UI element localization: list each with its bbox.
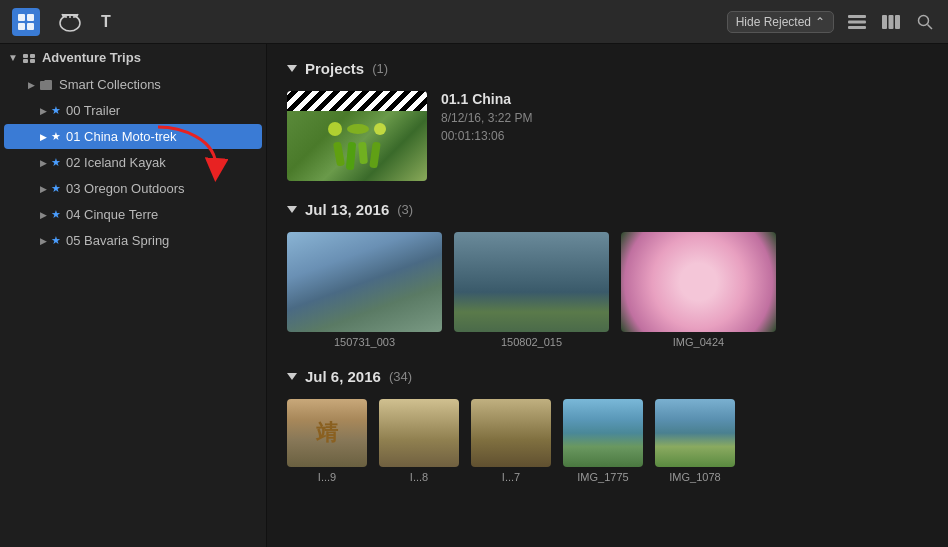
smart-collections-chevron: ▶: [28, 80, 35, 90]
svg-rect-1: [27, 14, 34, 21]
jul13-count: (3): [397, 202, 413, 217]
view-filmstrip-icon[interactable]: [880, 11, 902, 33]
smart-collections-label: Smart Collections: [59, 77, 161, 92]
title-generator-icon[interactable]: T: [92, 8, 120, 36]
svg-rect-11: [848, 15, 866, 18]
china-label: 01 China Moto-trek: [66, 129, 177, 144]
oregon-label: 03 Oregon Outdoors: [66, 181, 185, 196]
media-thumb-i8: [379, 399, 459, 467]
hide-rejected-button[interactable]: Hide Rejected ⌃: [727, 11, 834, 33]
jul13-title: Jul 13, 2016: [305, 201, 389, 218]
china-chevron: ▶: [40, 132, 47, 142]
svg-rect-16: [895, 15, 900, 29]
media-label-i8: I...8: [410, 471, 428, 483]
media-label-img0424: IMG_0424: [673, 336, 724, 348]
hide-rejected-arrow: ⌃: [815, 15, 825, 29]
bavaria-chevron: ▶: [40, 236, 47, 246]
project-meta: 01.1 China 8/12/16, 3:22 PM 00:01:13:06: [441, 91, 532, 143]
media-thumb-img0424: [621, 232, 776, 332]
media-label-img1775: IMG_1775: [577, 471, 628, 483]
jul6-title: Jul 6, 2016: [305, 368, 381, 385]
svg-rect-12: [848, 20, 866, 23]
oregon-chevron: ▶: [40, 184, 47, 194]
media-thumb-img1775: [563, 399, 643, 467]
project-item: 01.1 China 8/12/16, 3:22 PM 00:01:13:06: [287, 91, 928, 181]
media-item-i9[interactable]: 靖 I...9: [287, 399, 367, 483]
toolbar-right: Hide Rejected ⌃: [727, 11, 936, 33]
jul6-media-grid: 靖 I...9 I...8 I...7: [287, 399, 928, 483]
project-thumbnail[interactable]: [287, 91, 427, 181]
projects-chevron: [287, 65, 297, 72]
trailer-chevron: ▶: [40, 106, 47, 116]
content-area: Projects (1): [267, 44, 948, 547]
media-item-150802[interactable]: 150802_015: [454, 232, 609, 348]
oregon-star-icon: ★: [51, 182, 61, 195]
iceland-chevron: ▶: [40, 158, 47, 168]
iceland-star-icon: ★: [51, 156, 61, 169]
sidebar-item-02-iceland[interactable]: ▶ ★ 02 Iceland Kayak: [4, 150, 262, 175]
sidebar-item-03-oregon[interactable]: ▶ ★ 03 Oregon Outdoors: [4, 176, 262, 201]
cinque-star-icon: ★: [51, 208, 61, 221]
jul6-section-header[interactable]: Jul 6, 2016 (34): [287, 368, 928, 385]
trailer-star-icon: ★: [51, 104, 61, 117]
sidebar-item-05-bavaria[interactable]: ▶ ★ 05 Bavaria Spring: [4, 228, 262, 253]
project-name: 01.1 China: [441, 91, 532, 107]
iceland-label: 02 Iceland Kayak: [66, 155, 166, 170]
toolbar-left: T: [12, 8, 120, 36]
libraries-icon[interactable]: [12, 8, 40, 36]
project-date: 8/12/16, 3:22 PM: [441, 111, 532, 125]
cinque-label: 04 Cinque Terre: [66, 207, 158, 222]
projects-title: Projects: [305, 60, 364, 77]
svg-rect-15: [889, 15, 894, 29]
svg-rect-14: [882, 15, 887, 29]
library-chevron: ▼: [8, 52, 18, 63]
media-thumb-i7: [471, 399, 551, 467]
folder-icon: [39, 79, 53, 91]
svg-line-18: [928, 24, 933, 29]
china-star-icon: ★: [51, 130, 61, 143]
bavaria-star-icon: ★: [51, 234, 61, 247]
svg-rect-20: [23, 59, 28, 63]
search-icon[interactable]: [914, 11, 936, 33]
sidebar-item-smart-collections[interactable]: ▶ Smart Collections: [4, 72, 262, 97]
jul13-section-header[interactable]: Jul 13, 2016 (3): [287, 201, 928, 218]
cinque-chevron: ▶: [40, 210, 47, 220]
svg-rect-2: [18, 23, 25, 30]
bavaria-label: 05 Bavaria Spring: [66, 233, 169, 248]
view-list-icon[interactable]: [846, 11, 868, 33]
jul6-count: (34): [389, 369, 412, 384]
trailer-label: 00 Trailer: [66, 103, 120, 118]
media-item-i7[interactable]: I...7: [471, 399, 551, 483]
jul6-chevron: [287, 373, 297, 380]
sidebar-item-00-trailer[interactable]: ▶ ★ 00 Trailer: [4, 98, 262, 123]
svg-rect-13: [848, 26, 866, 29]
hide-rejected-label: Hide Rejected: [736, 15, 811, 29]
sidebar-item-01-china[interactable]: ▶ ★ 01 China Moto-trek: [4, 124, 262, 149]
media-label-150802: 150802_015: [501, 336, 562, 348]
media-item-img1078[interactable]: IMG_1078: [655, 399, 735, 483]
media-item-img0424[interactable]: IMG_0424: [621, 232, 776, 348]
media-thumb-img1078: [655, 399, 735, 467]
svg-rect-22: [30, 59, 35, 63]
media-label-150731: 150731_003: [334, 336, 395, 348]
media-item-i8[interactable]: I...8: [379, 399, 459, 483]
main-layout: ▼ Adventure Trips ▶ Smart Collections ▶ …: [0, 44, 948, 547]
media-thumb-i9: 靖: [287, 399, 367, 467]
jul13-chevron: [287, 206, 297, 213]
projects-section-header[interactable]: Projects (1): [287, 60, 928, 77]
project-duration: 00:01:13:06: [441, 129, 532, 143]
toolbar: T Hide Rejected ⌃: [0, 0, 948, 44]
media-label-i9: I...9: [318, 471, 336, 483]
media-item-img1775[interactable]: IMG_1775: [563, 399, 643, 483]
media-item-150731[interactable]: 150731_003: [287, 232, 442, 348]
projects-count: (1): [372, 61, 388, 76]
sidebar-item-04-cinque[interactable]: ▶ ★ 04 Cinque Terre: [4, 202, 262, 227]
camera-icon[interactable]: [56, 8, 84, 36]
library-header[interactable]: ▼ Adventure Trips: [0, 44, 266, 71]
sidebar: ▼ Adventure Trips ▶ Smart Collections ▶ …: [0, 44, 267, 547]
svg-point-17: [919, 15, 929, 25]
library-icon: [22, 51, 36, 65]
media-label-img1078: IMG_1078: [669, 471, 720, 483]
library-title: Adventure Trips: [42, 50, 141, 65]
jul13-media-grid: 150731_003 150802_015 IMG_0424: [287, 232, 928, 348]
